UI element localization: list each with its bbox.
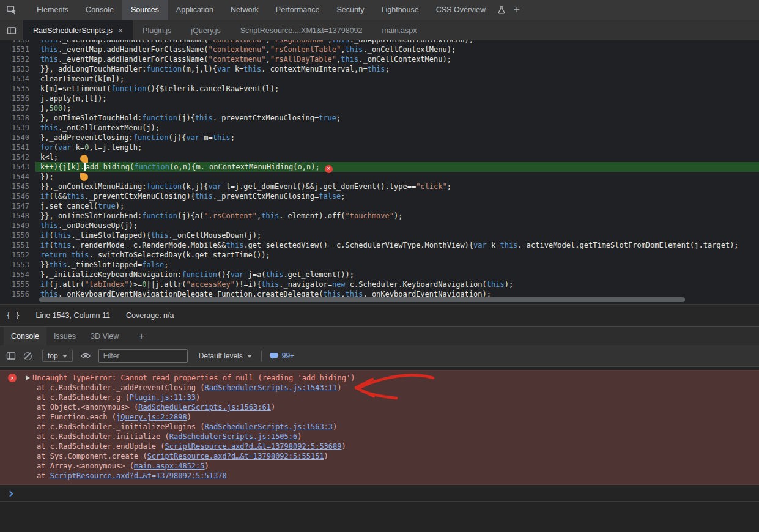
line-number[interactable]: 1539 [0, 123, 35, 133]
code-line[interactable]: 1550if(this._timeSlotTapped){this._onCel… [0, 231, 759, 240]
line-number[interactable]: 1536 [0, 94, 35, 103]
code-line[interactable]: 1552return this._switchToSelectedDay(k.g… [0, 250, 759, 260]
source-location-link[interactable]: RadSchedulerScripts.js:1563:61 [138, 403, 271, 412]
line-number[interactable]: 1541 [0, 142, 35, 152]
add-panel-button[interactable]: + [505, 0, 528, 20]
source-location-link[interactable]: ScriptResource.axd?d…&t=13798092:5:55151 [147, 452, 324, 460]
code-text[interactable]: this._eventMap.addHandlerForClassName("c… [35, 45, 759, 54]
code-line[interactable]: 1542k<l; [0, 152, 759, 162]
code-text[interactable]: j.apply(n,[l]); [35, 94, 759, 103]
line-number[interactable]: 1544 [0, 172, 35, 182]
navigator-toggle-button[interactable] [0, 20, 23, 40]
code-text[interactable]: k++){j[k].add_hiding(function(o,n){m._on… [35, 162, 759, 172]
line-number[interactable]: 1551 [0, 240, 35, 250]
line-number[interactable]: 1545 [0, 182, 35, 191]
drawer-tab-3d-view[interactable]: 3D View [83, 327, 126, 345]
code-text[interactable]: }},_addLongTouchHandler:function(m,j,l){… [35, 64, 759, 74]
line-number[interactable]: 1555 [0, 279, 35, 289]
line-number[interactable]: 1546 [0, 191, 35, 201]
panel-tab-sources[interactable]: Sources [122, 0, 168, 20]
code-line[interactable]: 1537},500); [0, 103, 759, 113]
pretty-print-button[interactable]: { } [6, 311, 20, 320]
code-line[interactable]: 1540},_addPreventClosing:function(j){var… [0, 133, 759, 142]
code-line[interactable]: 1541for(var k=0,l=j.length; [0, 142, 759, 152]
line-number[interactable]: 1547 [0, 201, 35, 211]
code-text[interactable]: return this._switchToSelectedDay(k.get_s… [35, 250, 759, 260]
selection-handle-bottom[interactable] [80, 173, 88, 181]
code-text[interactable]: if(this._renderMode==c.RenderMode.Mobile… [35, 240, 759, 250]
code-text[interactable]: clearTimeout(k[m]); [35, 74, 759, 84]
line-number[interactable]: 1550 [0, 231, 35, 240]
code-text[interactable]: if(this._timeSlotTapped){this._onCellMou… [35, 231, 759, 240]
code-text[interactable]: },_initializeKeyboardNavigation:function… [35, 270, 759, 279]
line-number[interactable]: 1554 [0, 270, 35, 279]
code-line[interactable]: 1547j.set_cancel(true); [0, 201, 759, 211]
code-text[interactable]: if(j.attr("tabIndex")>=0||j.attr("access… [35, 279, 759, 289]
code-line[interactable]: 1554},_initializeKeyboardNavigation:func… [0, 270, 759, 279]
code-line[interactable]: 1534clearTimeout(k[m]); [0, 74, 759, 84]
drawer-tab-issues[interactable]: Issues [46, 327, 83, 345]
line-number[interactable]: 1535 [0, 84, 35, 94]
line-number[interactable]: 1531 [0, 45, 35, 54]
panel-tab-css-overview[interactable]: CSS Overview [428, 0, 494, 20]
line-number[interactable]: 1552 [0, 250, 35, 260]
panel-tab-elements[interactable]: Elements [28, 0, 77, 20]
close-tab-icon[interactable]: × [118, 26, 123, 35]
panel-tab-lighthouse[interactable]: Lighthouse [373, 0, 428, 20]
code-text[interactable]: this._eventMap.addHandlerForClassName("c… [35, 40, 759, 45]
panel-tab-security[interactable]: Security [328, 0, 372, 20]
expand-triangle-icon[interactable] [26, 375, 30, 380]
code-text[interactable]: j.set_cancel(true); [35, 201, 759, 211]
code-line[interactable]: 1545}},_onContextMenuHiding:function(k,j… [0, 182, 759, 191]
code-line[interactable]: 1530this._eventMap.addHandlerForClassNam… [0, 40, 759, 45]
line-number[interactable]: 1543 [0, 162, 35, 172]
code-text[interactable]: for(var k=0,l=j.length; [35, 142, 759, 152]
code-text[interactable]: },_addPreventClosing:function(j){var m=t… [35, 133, 759, 142]
javascript-context-select[interactable]: top [42, 350, 73, 362]
code-text[interactable]: }},_onTimeSlotTouchEnd:function(j){a(".r… [35, 211, 759, 221]
code-text[interactable]: }},_onContextMenuHiding:function(k,j){va… [35, 182, 759, 191]
code-text[interactable]: if(l&&this._preventCtxMenuClosing){this.… [35, 191, 759, 201]
line-number[interactable]: 1538 [0, 113, 35, 123]
issues-counter[interactable]: 99+ [270, 352, 294, 360]
source-location-link[interactable]: main.aspx:4852:5 [134, 462, 205, 470]
line-number[interactable]: 1542 [0, 152, 35, 162]
code-text[interactable]: this._eventMap.addHandlerForClassName("c… [35, 54, 759, 64]
code-line[interactable]: 1543k++){j[k].add_hiding(function(o,n){m… [0, 162, 759, 172]
code-line[interactable]: 1548}},_onTimeSlotTouchEnd:function(j){a… [0, 211, 759, 221]
code-line[interactable]: 1544}); [0, 172, 759, 182]
line-number[interactable]: 1553 [0, 260, 35, 270]
panel-tab-network[interactable]: Network [222, 0, 267, 20]
line-number[interactable]: 1530 [0, 40, 35, 45]
line-number[interactable]: 1556 [0, 289, 35, 299]
inspect-element-icon[interactable] [0, 0, 23, 20]
source-location-link[interactable]: ScriptResource.axd?d…&t=13798092:5:53689 [165, 442, 342, 451]
horizontal-scrollbar[interactable] [39, 297, 685, 302]
code-line[interactable]: 1531this._eventMap.addHandlerForClassNam… [0, 45, 759, 54]
log-levels-select[interactable]: Default levels [199, 352, 252, 360]
line-number[interactable]: 1540 [0, 133, 35, 142]
panel-tab-performance[interactable]: Performance [267, 0, 328, 20]
panel-tab-application[interactable]: Application [168, 0, 222, 20]
code-line[interactable]: 1536j.apply(n,[l]); [0, 94, 759, 103]
code-text[interactable]: k<l; [35, 152, 759, 162]
code-line[interactable]: 1549this._onDocMouseUp(j); [0, 221, 759, 231]
console-filter-input[interactable] [98, 349, 188, 363]
clear-console-button[interactable] [24, 352, 32, 360]
source-location-link[interactable]: RadSchedulerScripts.js:1543:11 [205, 383, 338, 392]
line-number[interactable]: 1534 [0, 74, 35, 84]
line-number[interactable]: 1548 [0, 211, 35, 221]
line-number[interactable]: 1537 [0, 103, 35, 113]
code-line[interactable]: 1532this._eventMap.addHandlerForClassNam… [0, 54, 759, 64]
code-text[interactable]: },500); [35, 103, 759, 113]
code-text[interactable]: this._onCellContextMenu(j); [35, 123, 759, 133]
file-tab-scriptresource....xm1-t-13798092[interactable]: ScriptResource....XM1&t=13798092 [231, 20, 372, 40]
line-number[interactable]: 1532 [0, 54, 35, 64]
line-number[interactable]: 1549 [0, 221, 35, 231]
source-location-link[interactable]: jQuery.js:2:2898 [116, 413, 187, 421]
console-sidebar-toggle-button[interactable] [6, 351, 16, 361]
line-number[interactable]: 1533 [0, 64, 35, 74]
source-location-link[interactable]: Plugin.js:11:33 [130, 393, 196, 402]
source-code-editor[interactable]: 1530this._eventMap.addHandlerForClassNam… [0, 40, 759, 304]
code-text[interactable]: this._onDocMouseUp(j); [35, 221, 759, 231]
